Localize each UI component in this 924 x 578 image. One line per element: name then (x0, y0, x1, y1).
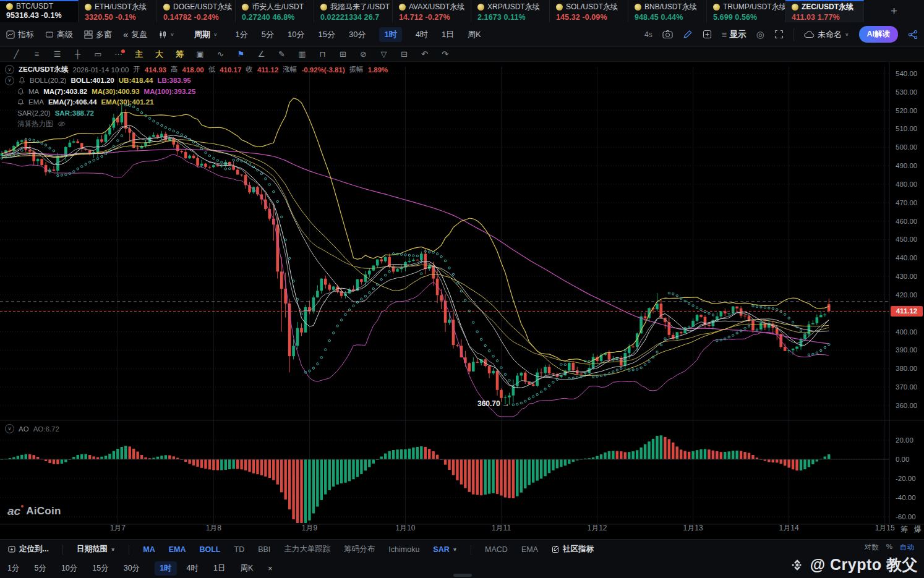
redo[interactable]: ↷ (435, 48, 455, 61)
price-chart-svg[interactable]: 540.00530.00520.00510.00500.00490.00480.… (0, 62, 924, 538)
large-view-toggle[interactable]: 大 (149, 48, 169, 61)
bottom-timeframe-1日[interactable]: 1日 (213, 563, 225, 574)
eye-off-icon[interactable] (58, 121, 66, 127)
indicator-ma[interactable]: MA (143, 545, 155, 554)
form-tool[interactable]: ⊞ (333, 48, 353, 61)
indicator-ema2[interactable]: EMA (521, 545, 538, 554)
indicators-button[interactable]: 指标 (6, 29, 34, 40)
indicator-boll[interactable]: BOLL (199, 545, 220, 554)
pair-tab[interactable]: SOL/USDT永续145.32 -0.09% (550, 0, 628, 22)
rectangle-tool[interactable]: ▭ (88, 48, 108, 61)
chips-toggle[interactable]: 筹 (169, 48, 190, 61)
timeframe-1分[interactable]: 1分 (236, 29, 248, 40)
period-button[interactable]: 周期 ∨ (194, 29, 218, 40)
community-indicators-button[interactable]: 社区指标 (552, 544, 594, 555)
brush-tool[interactable]: ∿ (210, 48, 231, 61)
indicator-ichimoku[interactable]: Ichimoku (388, 545, 419, 554)
lines-tool[interactable]: ☰ (47, 48, 67, 61)
advanced-button[interactable]: 高级 (45, 29, 73, 40)
filter-tool[interactable]: ▽ (374, 48, 394, 61)
ai-analysis-button[interactable]: AI解读 (859, 26, 899, 43)
timeframe-30分[interactable]: 30分 (349, 29, 366, 40)
indicator-bbi[interactable]: BBI (258, 545, 270, 554)
svg-text:440.00: 440.00 (896, 254, 917, 261)
liquidation-toggle[interactable]: 爆 (914, 524, 922, 535)
camera-icon[interactable] (662, 30, 673, 39)
timeframe-10分[interactable]: 10分 (288, 29, 304, 40)
multi-window-button[interactable]: 多窗 (84, 29, 112, 40)
date-range-button[interactable]: 日期范围∨ (77, 544, 115, 555)
bottom-timeframe-10分[interactable]: 10分 (61, 563, 77, 574)
remove-timeframe-button[interactable]: × (268, 564, 272, 573)
timeframe-5分[interactable]: 5分 (262, 29, 274, 40)
pair-tab[interactable]: BNB/USDT永续948.45 0.44% (628, 0, 707, 22)
timeframe-周K[interactable]: 周K (468, 29, 481, 40)
bottom-timeframe-15分[interactable]: 15分 (92, 563, 108, 574)
pair-tab[interactable]: DOGE/USDT永续0.14782 -0.24% (157, 0, 236, 22)
bottom-timeframe-30分[interactable]: 30分 (124, 563, 140, 574)
bottom-timeframe-1时[interactable]: 1时 (155, 561, 176, 576)
draw-pencil-icon[interactable] (683, 30, 693, 39)
add-panel-icon[interactable] (703, 30, 712, 39)
bookmark-tool[interactable]: ⚑ (231, 48, 251, 61)
bottom-timeframe-1分[interactable]: 1分 (7, 563, 19, 574)
collapse-chevron-icon[interactable]: ∨ (5, 424, 14, 433)
indicator-chip-distribution[interactable]: 筹码分布 (344, 544, 375, 555)
pair-tab-title: AVAX/USDT永续 (399, 2, 466, 12)
indicator-whale-orders[interactable]: 主力大单跟踪 (284, 544, 330, 555)
timeframe-1日[interactable]: 1日 (442, 29, 454, 40)
timeframe-15分[interactable]: 15分 (318, 29, 335, 40)
lock-tool[interactable]: ⊓ (312, 48, 333, 61)
scale-option-%[interactable]: % (886, 543, 892, 552)
pair-tab[interactable]: ZEC/USDT永续411.03 1.77% (785, 0, 864, 22)
magnet-tool[interactable]: ⊘ (353, 48, 374, 61)
indicator-td[interactable]: TD (234, 545, 245, 554)
bottom-timeframe-4时[interactable]: 4时 (187, 563, 199, 574)
indicator-sar[interactable]: SAR∨ (433, 545, 457, 554)
alert-bell-icon[interactable] (17, 88, 24, 95)
pattern-tool[interactable]: ▥ (292, 48, 312, 61)
scale-option-自动[interactable]: 自动 (900, 543, 914, 552)
horizontal-scrollbar-thumb[interactable] (453, 574, 472, 577)
pair-tab[interactable]: XRP/USDT永续2.1673 0.11% (471, 0, 550, 22)
trend-line-tool[interactable]: ╱ (6, 48, 27, 61)
main-chart-toggle[interactable]: 主 (129, 48, 149, 61)
display-settings-button[interactable]: ≡ 显示 (722, 29, 746, 40)
delete-tool[interactable]: ⊟ (394, 48, 414, 61)
pair-tab[interactable]: 我踏马来了/USDT0.02221334 26.7 (314, 0, 393, 22)
collapse-chevron-icon[interactable]: ∨ (5, 76, 14, 85)
indicator-ema[interactable]: EMA (169, 545, 186, 554)
alert-bell-icon[interactable] (17, 98, 24, 106)
replay-button[interactable]: « 复盘 (123, 29, 147, 40)
chart-area[interactable]: 540.00530.00520.00510.00500.00490.00480.… (0, 62, 924, 538)
bottom-timeframe-5分[interactable]: 5分 (34, 563, 46, 574)
add-tab-button[interactable]: + (864, 0, 924, 22)
share-icon[interactable] (908, 30, 918, 40)
timeframe-1时[interactable]: 1时 (379, 27, 401, 42)
pair-tab[interactable]: 币安人生/USDT0.27240 46.8% (236, 0, 314, 22)
pen-tool[interactable]: ✎ (272, 48, 292, 61)
pair-tab[interactable]: TRUMP/USDT永续5.699 0.56% (707, 0, 785, 22)
locate-button[interactable]: 定位到... (7, 544, 49, 555)
fullscreen-icon[interactable] (774, 30, 784, 39)
more-drawings[interactable]: ⋯ (108, 48, 129, 61)
pair-tab[interactable]: ETH/USDT永续3320.50 -0.1% (79, 0, 157, 22)
timeframe-4时[interactable]: 4时 (416, 29, 428, 40)
ruler-tool[interactable]: ∠ (251, 48, 272, 61)
indicator-macd[interactable]: MACD (485, 545, 508, 554)
layout-name-button[interactable]: 未命名 ∨ (804, 29, 849, 40)
horizontal-ray-tool[interactable]: ┼ (67, 48, 88, 61)
edit-tool[interactable]: ▣ (190, 48, 210, 61)
bottom-timeframe-周K[interactable]: 周K (240, 563, 253, 574)
alert-bell-icon[interactable] (19, 77, 25, 84)
scale-option-对数[interactable]: 对数 (865, 543, 879, 552)
collapse-chevron-icon[interactable]: ∨ (5, 65, 14, 74)
target-icon[interactable]: ◎ (756, 29, 764, 40)
svg-text:-60.00: -60.00 (896, 513, 916, 521)
pair-tab[interactable]: AVAX/USDT永续14.712 -0.27% (393, 0, 471, 22)
chip-distribution-toggle[interactable]: 筹 (900, 524, 908, 535)
channel-tool[interactable]: ≡ (27, 48, 47, 61)
pair-tab[interactable]: BTC/USDT95316.43 -0.1% (0, 0, 79, 22)
undo[interactable]: ↶ (414, 48, 435, 61)
chart-style-button[interactable]: ∨ (158, 30, 174, 39)
